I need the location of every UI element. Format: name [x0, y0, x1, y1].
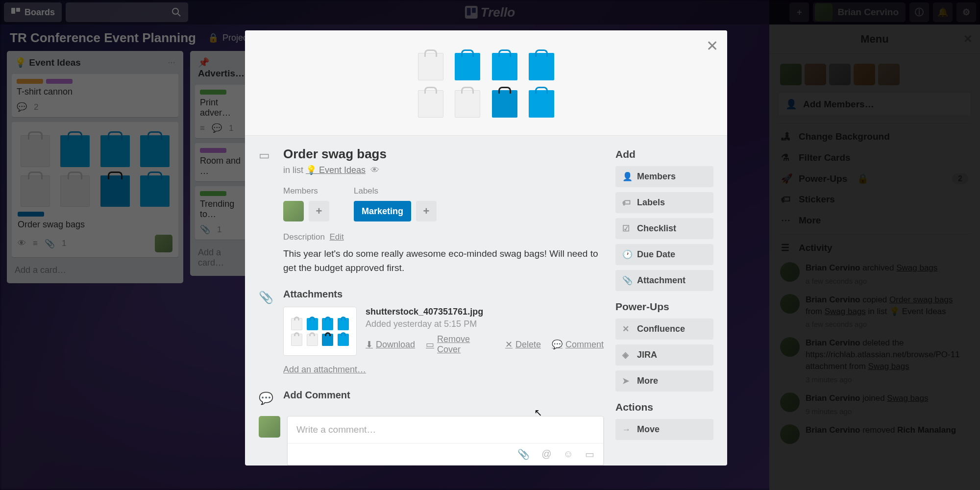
- labels-heading: Labels: [354, 186, 437, 196]
- plane-icon: ➤: [622, 376, 631, 386]
- attach-icon: 📎: [622, 275, 631, 286]
- comment-icon: 💬: [552, 339, 563, 350]
- attachment-meta: Added yesterday at 5:15 PM: [366, 319, 604, 329]
- description-text: This year let's do some really awesome e…: [283, 247, 604, 275]
- side-attachment-button[interactable]: 📎Attachment: [615, 270, 713, 291]
- side-labels-button[interactable]: 🏷Labels: [615, 192, 713, 213]
- delete-icon: ✕: [505, 339, 513, 350]
- card-title[interactable]: Order swag bags: [283, 147, 387, 162]
- clock-icon: 🕐: [622, 249, 631, 260]
- cursor: ↖: [534, 407, 542, 418]
- side-actions-heading: Actions: [615, 401, 713, 413]
- attachment-icon: 📎: [259, 289, 272, 304]
- attach-icon[interactable]: 📎: [517, 448, 530, 460]
- confluence-icon: ✕: [622, 324, 631, 334]
- side-more-button[interactable]: ➤More: [615, 370, 713, 392]
- side-powerups-heading: Power-Ups: [615, 301, 713, 313]
- attachments-heading: Attachments: [283, 289, 604, 300]
- jira-icon: ◈: [622, 350, 631, 360]
- description-heading: Description: [283, 232, 325, 242]
- download-icon: ⬇: [366, 339, 373, 350]
- arrow-icon: →: [622, 425, 631, 435]
- members-heading: Members: [283, 186, 329, 196]
- side-due-button[interactable]: 🕐Due Date: [615, 244, 713, 265]
- tag-icon: 🏷: [622, 198, 631, 208]
- check-icon: ☑: [622, 223, 631, 234]
- side-members-button[interactable]: 👤Members: [615, 166, 713, 187]
- avatar: [259, 416, 280, 438]
- add-attachment-link[interactable]: Add an attachment…: [283, 365, 604, 375]
- label-chip[interactable]: Marketing: [354, 201, 411, 221]
- comment-icon: 💬: [259, 390, 272, 405]
- close-button[interactable]: ✕: [706, 37, 718, 54]
- card-cover: ✕: [245, 30, 727, 136]
- add-member-button[interactable]: +: [309, 201, 329, 221]
- attachment-item[interactable]: shutterstock_407351761.jpg Added yesterd…: [283, 307, 604, 356]
- card-modal: ✕ ▭ Order swag bags in list 💡 Event Idea…: [245, 30, 727, 466]
- mention-icon[interactable]: @: [541, 448, 551, 460]
- attachment-name: shutterstock_407351761.jpg: [366, 307, 604, 317]
- delete-link[interactable]: ✕Delete: [505, 334, 541, 355]
- card-icon[interactable]: ▭: [585, 448, 594, 460]
- side-confluence-button[interactable]: ✕Confluence: [615, 318, 713, 340]
- emoji-icon[interactable]: ☺: [564, 448, 573, 460]
- remove-cover-link[interactable]: ▭Remove Cover: [426, 334, 494, 355]
- user-icon: 👤: [622, 172, 631, 182]
- eye-icon: 👁: [370, 165, 379, 175]
- side-checklist-button[interactable]: ☑Checklist: [615, 218, 713, 239]
- add-comment-heading: Add Comment: [283, 390, 350, 401]
- side-move-button[interactable]: →Move: [615, 419, 713, 440]
- side-add-heading: Add: [615, 148, 713, 160]
- card-icon: ▭: [259, 147, 272, 162]
- comment-box[interactable]: Write a comment… 📎 @ ☺ ▭: [287, 416, 604, 466]
- list-link[interactable]: 💡 Event Ideas: [306, 165, 366, 175]
- comment-input[interactable]: Write a comment…: [288, 416, 603, 443]
- add-label-button[interactable]: +: [416, 201, 437, 221]
- comment-link[interactable]: 💬Comment: [552, 334, 604, 355]
- cover-icon: ▭: [426, 339, 434, 350]
- avatar[interactable]: [283, 201, 304, 221]
- edit-description[interactable]: Edit: [330, 232, 344, 242]
- side-jira-button[interactable]: ◈JIRA: [615, 344, 713, 366]
- download-link[interactable]: ⬇Download: [366, 334, 415, 355]
- attachment-thumb: [283, 307, 357, 356]
